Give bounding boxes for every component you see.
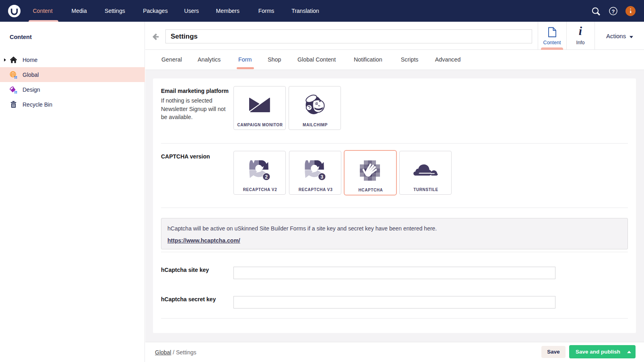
svg-text:2: 2	[265, 174, 268, 180]
svg-text:?: ?	[612, 8, 615, 14]
svg-text:3: 3	[320, 174, 323, 180]
